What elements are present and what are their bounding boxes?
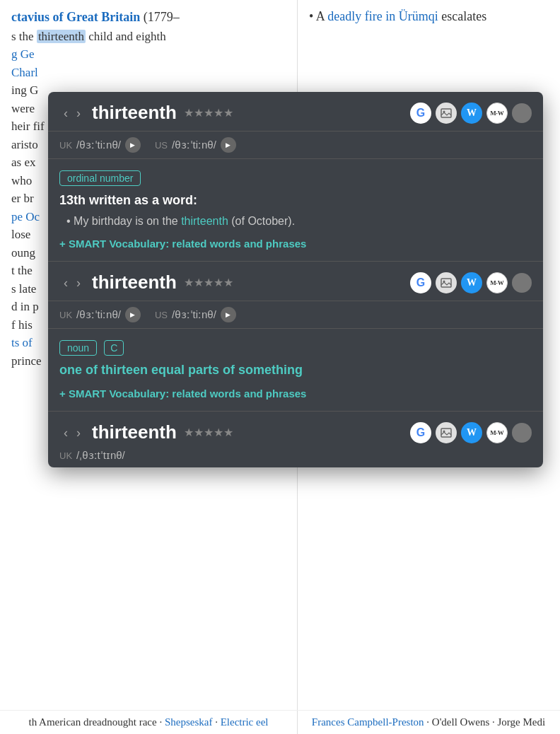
entry2-smart-vocab[interactable]: + SMART Vocabulary: related words and ph… [59, 388, 532, 400]
entry2-uk-play-button[interactable]: ▶ [125, 307, 141, 322]
entry1-def-title: 13th written as a word: [59, 193, 532, 208]
entry3-icons: G W M·W [410, 422, 532, 443]
entry2-theme-icon[interactable] [512, 273, 532, 293]
left-line2: g Ge [11, 45, 286, 64]
wikipedia-icon[interactable]: W [461, 103, 482, 124]
entry1-stars: ★★★★★ [184, 106, 233, 120]
entry2-us-pron: US /θɜːˈtiːnθ/ ▶ [155, 307, 236, 322]
left-heading-year: (1779– [144, 10, 180, 24]
entry2-def-main: one of thirteen equal parts of something [59, 363, 532, 378]
entry1-pronunciation: UK /θɜːˈtiːnθ/ ▶ US /θɜːˈtiːnθ/ ▶ [48, 132, 543, 159]
entry3-back-button[interactable]: ‹ [59, 426, 72, 439]
left-heading: ctavius of Great Britain [11, 10, 140, 24]
entry3-pronunciation: UK /ˌθɜːtˈtɪnθ/ [48, 443, 543, 467]
entry1-icons: G W M·W [410, 103, 532, 124]
right-top-item: • A deadly fire in Ürümqi escalates [309, 7, 549, 26]
left-line3: Charl [11, 64, 286, 82]
entry1-uk-pron: UK /θɜːˈtiːnθ/ ▶ [59, 137, 141, 153]
entry2-pos-badge: noun [59, 340, 97, 356]
left-line1: s the thirteenth child and eighth [11, 28, 286, 46]
entry1-word: thirteenth [92, 102, 177, 124]
entry2-back-button[interactable]: ‹ [59, 276, 72, 289]
entry1-back-button[interactable]: ‹ [59, 107, 72, 120]
entry1-us-pron: US /θɜːˈtiːnθ/ ▶ [155, 137, 236, 153]
entry3-word: thirteenth [92, 421, 177, 443]
entry1-forward-button[interactable]: › [72, 107, 85, 120]
theme-icon[interactable] [512, 103, 532, 123]
google-icon[interactable]: G [410, 103, 431, 124]
entry2-pronunciation: UK /θɜːˈtiːnθ/ ▶ US /θɜːˈtiːnθ/ ▶ [48, 301, 543, 329]
entry3-header: ‹ › thirteenth ★★★★★ G W M·W [48, 412, 543, 443]
entry2-stars: ★★★★★ [184, 276, 233, 289]
entry2-google-icon[interactable]: G [410, 272, 431, 293]
bottom-links-left: th American dreadnought race · Shepseska… [0, 710, 297, 734]
svg-rect-0 [441, 109, 451, 117]
deadly-fire-link[interactable]: deadly fire in Ürümqi [327, 9, 438, 23]
svg-rect-2 [441, 279, 451, 287]
dictionary-popup: ‹ › thirteenth ★★★★★ G W M·W UK /θɜːˈtiː… [48, 92, 543, 467]
entry1-definition: ordinal number 13th written as a word: M… [48, 159, 543, 262]
entry3-google-icon[interactable]: G [410, 422, 431, 443]
entry2-word: thirteenth [92, 272, 177, 293]
entry2-uk-pron: UK /θɜːˈtiːnθ/ ▶ [59, 307, 141, 322]
entry2-us-play-button[interactable]: ▶ [221, 307, 236, 322]
entry2-mw-icon[interactable]: M·W [486, 272, 508, 293]
entry3-wikipedia-icon[interactable]: W [461, 422, 482, 443]
entry3-stars: ★★★★★ [184, 426, 233, 439]
entry3-forward-button[interactable]: › [72, 426, 85, 439]
highlight-word: thirteenth [37, 30, 86, 43]
entry1-us-play-button[interactable]: ▶ [221, 137, 236, 153]
entry1-smart-vocab[interactable]: + SMART Vocabulary: related words and ph… [59, 238, 532, 250]
entry2-wikipedia-icon[interactable]: W [461, 272, 482, 293]
svg-rect-4 [441, 429, 451, 437]
entry3-mw-icon[interactable]: M·W [486, 422, 508, 443]
bottom-links-right: Frances Campbell-Preston · O'dell Owens … [297, 710, 560, 734]
entry3-image-icon[interactable] [436, 422, 457, 443]
entry2-icons: G W M·W [410, 272, 532, 293]
entry3-theme-icon[interactable] [512, 423, 532, 443]
entry2-countable-badge: C [104, 340, 124, 356]
entry1-example: My birthday is on the thirteenth (of Oct… [66, 215, 532, 228]
merriam-webster-icon[interactable]: M·W [486, 103, 508, 124]
entry2-header: ‹ › thirteenth ★★★★★ G W M·W [48, 262, 543, 301]
entry2-forward-button[interactable]: › [72, 276, 85, 289]
entry2-image-icon[interactable] [436, 272, 457, 293]
entry2-definition: noun C one of thirteen equal parts of so… [48, 329, 543, 412]
image-search-icon[interactable] [436, 103, 457, 124]
entry1-pos-badge: ordinal number [59, 170, 141, 186]
entry1-uk-play-button[interactable]: ▶ [125, 137, 141, 153]
entry1-header: ‹ › thirteenth ★★★★★ G W M·W [48, 92, 543, 132]
